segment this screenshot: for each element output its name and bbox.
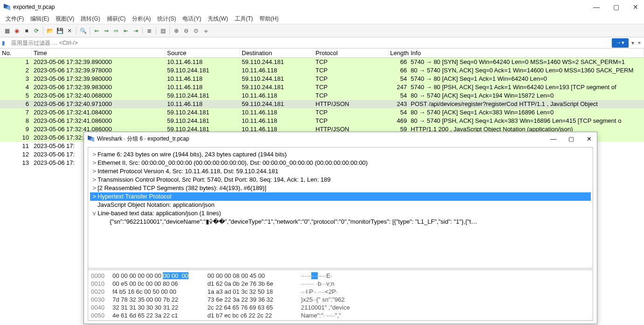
col-header-source[interactable]: Source [165, 49, 240, 57]
packet-row[interactable]: 62023-05-06 17:32:40.97100010.11.46.1185… [0, 100, 644, 108]
menu-item[interactable]: 工具(T) [232, 14, 256, 24]
cell: 2023-05-06 17:32:39.980000 [32, 75, 165, 83]
packet-row[interactable]: 82023-05-06 17:32:41.08600059.110.244.18… [0, 117, 644, 125]
col-header-info[interactable]: Info [409, 49, 644, 57]
zoom-out-icon[interactable]: ⊖ [182, 27, 190, 35]
col-header-protocol[interactable]: Protocol [314, 49, 388, 57]
col-header-no[interactable]: No. [0, 49, 32, 57]
packet-row[interactable]: 22023-05-06 17:32:39.97800059.110.244.18… [0, 66, 644, 75]
go-back-icon[interactable]: ⇐ [92, 27, 101, 35]
hex-row[interactable]: 0020f4 b5 16 6c 00 50 00 00 1a a3 ad 01 … [91, 288, 590, 296]
zoom-reset-icon[interactable]: ⊙ [192, 27, 200, 35]
close-button[interactable]: ✕ [631, 3, 640, 11]
hex-bytes: 00 00 00 00 00 00 00 00 00 [112, 272, 206, 280]
cell: 10.11.46.118 [240, 66, 314, 75]
packet-row[interactable]: 52023-05-06 17:32:40.06800059.110.244.18… [0, 92, 644, 100]
minimize-button[interactable]: — [592, 3, 601, 11]
tree-row[interactable]: >Frame 6: 243 bytes on wire (1944 bits),… [90, 150, 591, 159]
packet-row[interactable]: 72023-05-06 17:32:41.08400059.110.244.18… [0, 108, 644, 117]
open-file-icon[interactable]: 📂 [46, 27, 54, 35]
colorize-icon[interactable]: ▤ [159, 27, 167, 35]
menu-item[interactable]: 编辑(E) [28, 14, 52, 24]
menu-item[interactable]: 统计(S) [154, 14, 179, 24]
menu-item[interactable]: 捕获(C) [104, 14, 129, 24]
packet-detail-window: Wireshark · 分组 6 · exported_tr.pcap — ▢ … [84, 132, 597, 324]
menu-item[interactable]: 电话(Y) [180, 14, 204, 24]
save-file-icon[interactable]: 💾 [56, 27, 64, 35]
detail-minimize-button[interactable]: — [549, 135, 558, 142]
packet-row[interactable]: 32023-05-06 17:32:39.98000010.11.46.1185… [0, 75, 644, 83]
menu-item[interactable]: 无线(W) [205, 14, 231, 24]
zoom-in-icon[interactable]: ⊕ [172, 27, 181, 35]
toolbar: ▦ ◉ ■ ⟳ 📂 💾 ✕ 🔍 ⇐ ⇒ ⇨ ⇤ ⇥ ≣ ▤ ⊕ ⊖ ⊙ ⟛ [0, 24, 644, 37]
tree-row[interactable]: >Transmission Control Protocol, Src Port… [90, 176, 591, 184]
auto-scroll-icon[interactable]: ≣ [145, 27, 154, 35]
hex-bytes: 32 31 31 30 30 30 31 22 [112, 304, 206, 311]
start-capture-icon[interactable]: ◉ [13, 27, 21, 35]
protocol-tree[interactable]: >Frame 6: 243 bytes on wire (1944 bits),… [88, 147, 593, 268]
detail-maximize-button[interactable]: ▢ [567, 135, 575, 142]
packet-row[interactable]: 12023-05-06 17:32:39.89000010.11.46.1185… [0, 58, 644, 66]
go-to-icon[interactable]: ⇨ [112, 27, 120, 35]
hex-row[interactable]: 00504e 61 6d 65 22 3a 22 c1 d1 b7 ec bc … [91, 311, 590, 319]
close-file-icon[interactable]: ✕ [65, 27, 74, 35]
stop-capture-icon[interactable]: ■ [22, 27, 31, 35]
cell: 2023-05-06 17:32:39.890000 [32, 58, 165, 66]
go-last-icon[interactable]: ⇥ [132, 27, 140, 35]
col-header-length[interactable]: Length [388, 49, 409, 57]
tree-caret-icon[interactable]: > [91, 150, 98, 159]
col-header-destination[interactable]: Destination [240, 49, 314, 57]
detail-close-button[interactable]: ✕ [585, 135, 593, 142]
go-forward-icon[interactable]: ⇒ [102, 27, 111, 35]
go-first-icon[interactable]: ⇤ [122, 27, 130, 35]
tree-row[interactable]: >Internet Protocol Version 4, Src: 10.11… [90, 167, 591, 176]
tree-row[interactable]: JavaScript Object Notation: application/… [90, 201, 591, 209]
filter-add-button[interactable]: + [636, 40, 643, 46]
menu-item[interactable]: 视图(V) [53, 14, 77, 24]
restart-capture-icon[interactable]: ⟳ [32, 27, 41, 35]
cell: 59.110.244.181 [240, 83, 314, 92]
maximize-button[interactable]: ▢ [611, 3, 621, 11]
tree-row[interactable]: vLine-based text data: application/json … [90, 209, 591, 218]
tree-caret-icon[interactable]: v [91, 209, 98, 218]
hex-row[interactable]: 00307d 78 32 35 00 00 7b 22 73 6e 22 3a … [91, 296, 590, 304]
interfaces-icon[interactable]: ▦ [3, 27, 11, 35]
tree-row[interactable]: >Hypertext Transfer Protocol [90, 192, 591, 201]
hex-offset: 0050 [91, 311, 112, 319]
cell: 59.110.244.181 [240, 58, 314, 66]
hex-row[interactable]: 004032 31 31 30 30 30 31 22 2c 22 64 65 … [91, 304, 590, 311]
menu-item[interactable]: 文件(F) [3, 14, 27, 24]
tree-caret-icon[interactable]: > [91, 184, 98, 192]
hex-bytes: 4e 61 6d 65 22 3a 22 c1 [112, 311, 206, 319]
menu-item[interactable]: 分析(A) [129, 14, 154, 24]
tree-caret-icon[interactable]: > [91, 192, 98, 201]
find-icon[interactable]: 🔍 [79, 27, 87, 35]
hex-dump[interactable]: 000000 00 00 00 00 00 00 00 00 00 00 00 … [88, 269, 593, 321]
tree-row[interactable]: {"sn":"9622110001","deviceName":"▮ṽ��","… [90, 218, 591, 226]
hex-row[interactable]: 001000 e5 00 0c 00 00 80 06 d1 62 0a 0b … [91, 280, 590, 288]
tree-row[interactable]: >[2 Reassembled TCP Segments (382 bytes)… [90, 184, 591, 192]
detail-window-title: Wireshark · 分组 6 · exported_tr.pcap [97, 135, 549, 143]
tree-caret-icon[interactable]: > [91, 167, 98, 176]
tree-caret-icon[interactable]: > [91, 159, 98, 167]
apply-filter-button[interactable]: →▾ [612, 38, 629, 48]
menu-item[interactable]: 帮助(H) [257, 14, 281, 24]
app-icon [88, 135, 94, 142]
display-filter-input[interactable] [8, 39, 612, 47]
tree-caret-icon[interactable]: > [91, 176, 98, 184]
cell: 2023-05-06 17:32:40.971000 [32, 100, 165, 108]
hex-row[interactable]: 000000 00 00 00 00 00 00 00 00 00 00 00 … [91, 272, 590, 280]
hex-offset: 0000 [91, 272, 112, 280]
resize-columns-icon[interactable]: ⟛ [202, 27, 210, 35]
tree-row[interactable]: >Ethernet II, Src: 00:00:00_00:00:00 (00… [90, 159, 591, 167]
cell: 9 [0, 125, 32, 134]
bookmark-icon[interactable]: ▮ [0, 40, 8, 46]
cell: 66 [388, 58, 409, 66]
packet-row[interactable]: 42023-05-06 17:32:39.98300010.11.46.1185… [0, 83, 644, 92]
cell: 5740 → 80 [ACK] Seq=1 Ack=1 Win=64240 Le… [409, 75, 644, 83]
cell: 13 [0, 159, 32, 167]
cell: 59.110.244.181 [165, 66, 240, 75]
col-header-time[interactable]: Time [32, 49, 165, 57]
menu-item[interactable]: 跳转(G) [78, 14, 103, 24]
filter-dropdown-icon[interactable]: ▾ [630, 40, 636, 46]
